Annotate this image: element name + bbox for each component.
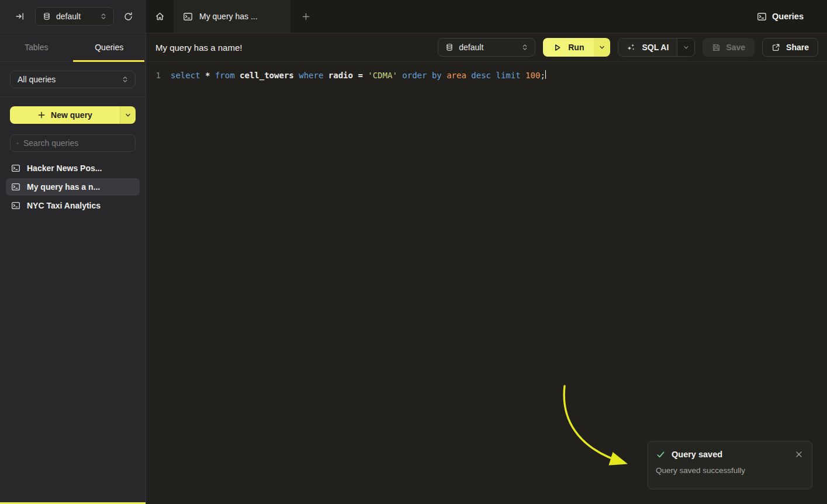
topbar: default My query has ... [0, 0, 827, 33]
run-button-label: Run [568, 43, 584, 52]
terminal-icon [183, 12, 193, 22]
share-button[interactable]: Share [762, 38, 818, 57]
collapse-sidebar-button[interactable] [12, 8, 28, 25]
query-filter-row: All queries [0, 62, 146, 97]
chevron-down-icon [124, 112, 132, 119]
query-item-label: My query has a n... [27, 182, 100, 192]
save-button-label: Save [726, 43, 745, 52]
sql-ai-label: SQL AI [642, 43, 669, 52]
toast-message: Query saved successfully [656, 466, 804, 475]
query-title[interactable]: My query has a name! [155, 43, 242, 53]
query-list-item-hacker-news[interactable]: Hacker News Pos... [6, 159, 140, 177]
chevron-updown-icon [99, 12, 108, 21]
run-button[interactable]: Run [543, 38, 594, 57]
workspace-selector-value: default [56, 12, 94, 21]
toast-close-button[interactable] [794, 449, 804, 460]
query-filter-select[interactable]: All queries [10, 71, 136, 88]
new-query-button[interactable]: New query [10, 106, 120, 124]
share-icon [771, 43, 780, 52]
query-header: My query has a name! default [147, 33, 827, 62]
collapse-sidebar-icon [15, 12, 25, 21]
sidebar-tabs: Tables Queries [0, 33, 146, 62]
sidebar: Tables Queries All queries New query [0, 33, 146, 504]
sql-ai-split-button: SQL AI [618, 38, 695, 57]
new-query-split-button: New query [10, 106, 136, 124]
tab-label: My query has ... [199, 12, 258, 21]
terminal-icon [11, 201, 20, 210]
run-split-button: Run [543, 38, 610, 57]
new-query-dropdown-button[interactable] [120, 106, 136, 124]
sql-code-line[interactable]: select * from cell_towers where radio = … [171, 70, 545, 81]
tables-tab-label: Tables [25, 43, 48, 52]
sql-editor[interactable]: 1 select * from cell_towers where radio … [147, 62, 827, 81]
run-options-button[interactable] [594, 38, 610, 57]
toast-title: Query saved [672, 450, 722, 459]
topbar-left-section: default [0, 0, 146, 33]
queries-tab-label: Queries [95, 43, 123, 52]
query-list-item-nyc-taxi[interactable]: NYC Taxi Analytics [6, 197, 140, 214]
sidebar-tab-tables[interactable]: Tables [0, 33, 73, 61]
check-icon [656, 450, 666, 460]
sql-ai-dropdown-button[interactable] [677, 39, 694, 56]
close-icon [795, 451, 802, 458]
sparkles-icon [627, 43, 636, 52]
database-icon [445, 43, 454, 51]
query-list-item-my-query[interactable]: My query has a n... [6, 178, 140, 196]
refresh-icon [123, 12, 133, 22]
database-icon [43, 12, 51, 20]
editor-line-number: 1 [147, 70, 161, 81]
chevron-down-icon [598, 44, 605, 51]
terminal-icon [11, 164, 20, 173]
chevron-updown-icon [121, 75, 129, 84]
refresh-button[interactable] [120, 8, 136, 25]
home-button[interactable] [146, 0, 174, 33]
toast-query-saved: Query saved Query saved successfully [648, 441, 812, 489]
main-panel: My query has a name! default [147, 33, 827, 504]
plus-icon [302, 12, 310, 21]
new-tab-button[interactable] [297, 8, 314, 25]
toast-header: Query saved [656, 449, 804, 460]
chevron-down-icon [683, 44, 690, 51]
save-icon [712, 43, 721, 52]
sidebar-tab-queries[interactable]: Queries [73, 33, 146, 61]
database-selector-value: default [459, 43, 515, 52]
query-toolbar: default Run [438, 38, 818, 57]
plus-icon [37, 111, 46, 119]
workspace-database-selector[interactable]: default [35, 7, 114, 26]
chevron-updown-icon [521, 43, 529, 52]
query-filter-value: All queries [18, 75, 116, 84]
home-icon [155, 12, 165, 22]
share-button-label: Share [786, 43, 809, 52]
queries-page-indicator[interactable]: Queries [757, 12, 827, 22]
text-cursor [545, 70, 546, 79]
search-queries-box [10, 134, 136, 152]
sql-ai-button[interactable]: SQL AI [618, 39, 677, 56]
save-button[interactable]: Save [703, 38, 755, 57]
search-icon [16, 139, 19, 148]
search-queries-input[interactable] [23, 138, 129, 148]
query-item-label: Hacker News Pos... [27, 164, 102, 173]
play-icon [553, 43, 562, 52]
tab-my-query[interactable]: My query has ... [174, 0, 290, 33]
saved-queries-list: Hacker News Pos... My query has a n... N… [6, 159, 140, 214]
database-selector[interactable]: default [438, 38, 535, 57]
query-item-label: NYC Taxi Analytics [27, 201, 101, 210]
terminal-icon [11, 182, 20, 192]
queries-icon [757, 12, 767, 22]
new-query-label: New query [51, 110, 92, 120]
queries-page-label: Queries [772, 12, 804, 21]
